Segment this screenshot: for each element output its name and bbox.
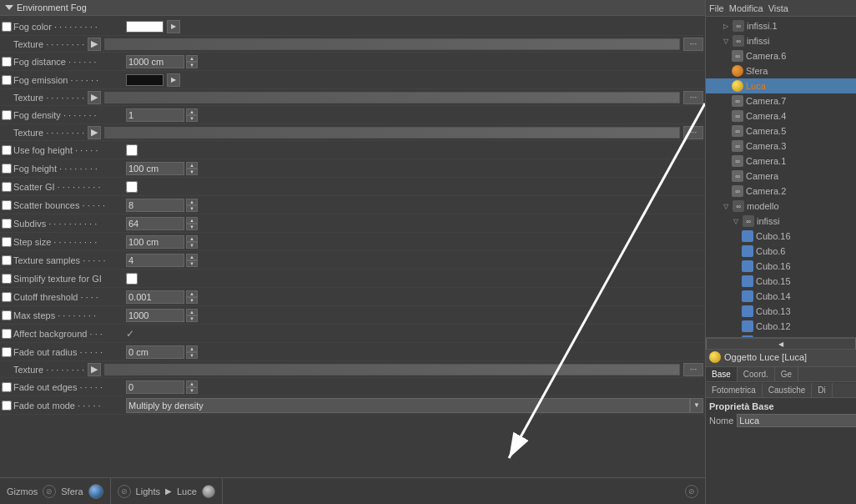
texture-samples-up[interactable]: ▲ bbox=[186, 254, 198, 260]
fade-out-radius-input[interactable] bbox=[126, 345, 184, 359]
tree-item-infissi-1[interactable]: ▷ ∞ infissi.1 bbox=[706, 18, 856, 33]
modifica-menu[interactable]: Modifica bbox=[729, 3, 763, 13]
subdivs-up[interactable]: ▲ bbox=[186, 217, 198, 224]
fog-emission-checkbox[interactable] bbox=[2, 75, 12, 85]
tab-base[interactable]: Base bbox=[706, 367, 738, 381]
scroll-up-arrow[interactable]: ◀ bbox=[706, 338, 856, 350]
fog-height-up[interactable]: ▲ bbox=[186, 162, 198, 169]
texture-arrow-btn-1[interactable]: ▶ bbox=[88, 38, 101, 51]
texture-dots-btn-3[interactable]: ··· bbox=[683, 126, 703, 139]
fog-emission-arrow[interactable]: ▶ bbox=[167, 73, 180, 87]
max-steps-checkbox[interactable] bbox=[2, 310, 12, 320]
tree-item-camera-7[interactable]: ∞ Camera.7 bbox=[706, 93, 856, 108]
fog-density-input[interactable] bbox=[126, 108, 184, 122]
cutoff-threshold-up[interactable]: ▲ bbox=[186, 290, 198, 297]
texture-samples-checkbox[interactable] bbox=[2, 255, 12, 265]
tree-item-cubo-15[interactable]: Cubo.15 bbox=[706, 274, 856, 289]
max-steps-down[interactable]: ▼ bbox=[186, 315, 198, 322]
fog-density-up[interactable]: ▲ bbox=[186, 108, 198, 115]
fade-out-mode-checkbox[interactable] bbox=[2, 401, 12, 411]
nome-input[interactable] bbox=[737, 414, 856, 427]
fade-out-edges-input[interactable] bbox=[126, 381, 184, 394]
fade-out-radius-up[interactable]: ▲ bbox=[186, 345, 198, 352]
fog-color-checkbox[interactable] bbox=[2, 22, 12, 32]
texture-dots-btn-1[interactable]: ··· bbox=[683, 38, 703, 51]
use-fog-height-checkbox[interactable] bbox=[2, 145, 12, 155]
fog-density-checkbox[interactable] bbox=[2, 110, 12, 120]
use-fog-height-toggle[interactable] bbox=[126, 144, 138, 156]
tree-item-cubo-12[interactable]: Cubo.12 bbox=[706, 319, 856, 334]
subdivs-checkbox[interactable] bbox=[2, 219, 12, 229]
fade-out-radius-checkbox[interactable] bbox=[2, 347, 12, 357]
vista-menu[interactable]: Vista bbox=[768, 3, 788, 13]
texture-dots-btn-2[interactable]: ··· bbox=[683, 91, 703, 104]
tree-item-infissi-sub[interactable]: ▽ ∞ infissi bbox=[706, 214, 856, 229]
tree-item-camera-3[interactable]: ∞ Camera.3 bbox=[706, 139, 856, 154]
fade-out-edges-up[interactable]: ▲ bbox=[186, 381, 198, 387]
tree-item-camera-2[interactable]: ∞ Camera.2 bbox=[706, 184, 856, 199]
fog-color-arrow[interactable]: ▶ bbox=[167, 20, 180, 33]
fog-color-swatch[interactable] bbox=[126, 21, 164, 33]
tab-di[interactable]: Di bbox=[812, 383, 832, 397]
tree-item-camera[interactable]: ∞ Camera bbox=[706, 169, 856, 184]
texture-arrow-btn-3[interactable]: ▶ bbox=[88, 126, 101, 139]
texture-dots-btn-4[interactable]: ··· bbox=[683, 363, 703, 376]
tab-ge[interactable]: Ge bbox=[775, 367, 798, 381]
fade-out-edges-checkbox[interactable] bbox=[2, 382, 12, 392]
fog-height-checkbox[interactable] bbox=[2, 164, 12, 174]
fog-emission-swatch[interactable] bbox=[126, 74, 164, 86]
tree-item-cubo-16a[interactable]: Cubo.16 bbox=[706, 229, 856, 244]
fog-density-down[interactable]: ▼ bbox=[186, 115, 198, 122]
tree-item-camera-4[interactable]: ∞ Camera.4 bbox=[706, 108, 856, 123]
tab-caustiche[interactable]: Caustiche bbox=[763, 383, 812, 397]
fade-out-mode-arrow[interactable]: ▼ bbox=[690, 398, 703, 413]
step-size-checkbox[interactable] bbox=[2, 237, 12, 247]
affect-background-checkbox[interactable] bbox=[2, 329, 12, 339]
fade-out-radius-down[interactable]: ▼ bbox=[186, 352, 198, 359]
scatter-bounces-up[interactable]: ▲ bbox=[186, 199, 198, 205]
max-steps-input[interactable] bbox=[126, 309, 184, 322]
scatter-gi-toggle[interactable] bbox=[126, 181, 138, 193]
texture-arrow-btn-4[interactable]: ▶ bbox=[88, 363, 101, 376]
fade-out-edges-down[interactable]: ▼ bbox=[186, 387, 198, 394]
file-menu[interactable]: File bbox=[709, 3, 724, 13]
tree-item-camera-1[interactable]: ∞ Camera.1 bbox=[706, 154, 856, 169]
simplify-texture-toggle[interactable] bbox=[126, 273, 138, 285]
fog-distance-up[interactable]: ▲ bbox=[186, 55, 198, 62]
tree-item-camera-5[interactable]: ∞ Camera.5 bbox=[706, 123, 856, 139]
step-size-input[interactable] bbox=[126, 235, 184, 249]
cutoff-threshold-checkbox[interactable] bbox=[2, 292, 12, 302]
fade-out-mode-input[interactable] bbox=[126, 398, 690, 413]
tree-item-modello[interactable]: ▽ ∞ modello bbox=[706, 199, 856, 214]
tree-item-cubo-14[interactable]: Cubo.14 bbox=[706, 289, 856, 304]
tree-item-cubo-6[interactable]: Cubo.6 bbox=[706, 244, 856, 259]
tree-item-luca[interactable]: Luca bbox=[706, 78, 856, 93]
scatter-gi-checkbox[interactable] bbox=[2, 182, 12, 192]
tab-fotometrica[interactable]: Fotometrica bbox=[706, 383, 763, 397]
texture-samples-input[interactable] bbox=[126, 254, 184, 267]
tab-coord[interactable]: Coord. bbox=[738, 367, 775, 381]
tree-item-sfera[interactable]: Sfera bbox=[706, 63, 856, 78]
step-size-up[interactable]: ▲ bbox=[186, 235, 198, 242]
cutoff-threshold-down[interactable]: ▼ bbox=[186, 297, 198, 304]
tree-item-infissi[interactable]: ▽ ∞ infissi bbox=[706, 33, 856, 48]
fog-distance-input[interactable] bbox=[126, 55, 184, 68]
tree-item-camera-6[interactable]: ∞ Camera.6 bbox=[706, 48, 856, 63]
collapse-icon[interactable] bbox=[5, 5, 13, 10]
sfera-sphere-icon[interactable] bbox=[88, 484, 103, 499]
texture-arrow-btn-2[interactable]: ▶ bbox=[88, 91, 101, 104]
scatter-bounces-input[interactable] bbox=[126, 199, 184, 212]
lights-no-sign[interactable]: ⊘ bbox=[118, 485, 131, 498]
subdivs-down[interactable]: ▼ bbox=[186, 224, 198, 230]
fog-distance-checkbox[interactable] bbox=[2, 57, 12, 67]
max-steps-up[interactable]: ▲ bbox=[186, 309, 198, 315]
luce-icon[interactable] bbox=[202, 485, 215, 498]
fog-distance-down[interactable]: ▼ bbox=[186, 62, 198, 68]
gizmos-no-sign[interactable]: ⊘ bbox=[43, 485, 56, 498]
step-size-down[interactable]: ▼ bbox=[186, 242, 198, 249]
bottom-no-sign[interactable]: ⊘ bbox=[685, 485, 698, 498]
scatter-bounces-checkbox[interactable] bbox=[2, 200, 12, 210]
subdivs-input[interactable] bbox=[126, 217, 184, 230]
simplify-texture-checkbox[interactable] bbox=[2, 274, 12, 284]
fog-height-input[interactable] bbox=[126, 162, 184, 175]
